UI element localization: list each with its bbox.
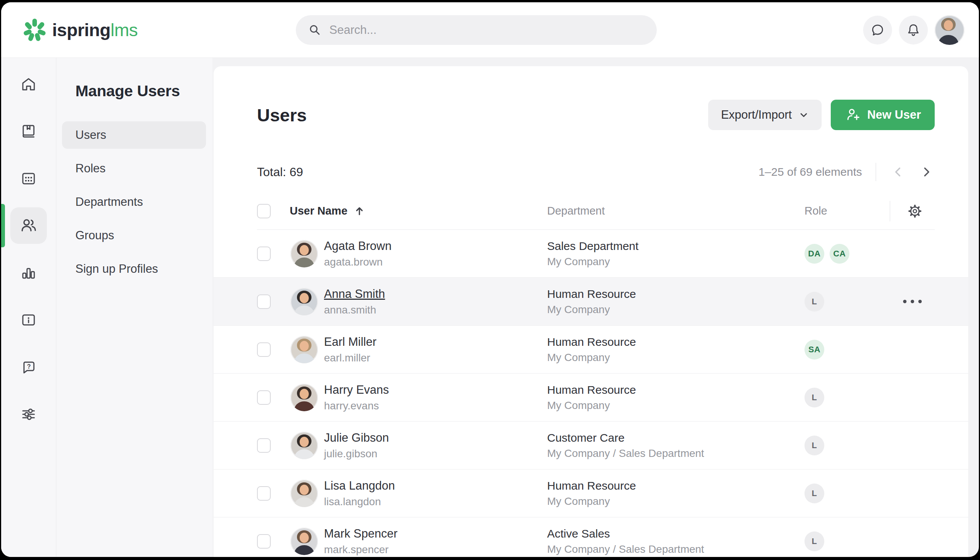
row-checkbox[interactable] [257,295,271,309]
department-name: Human Resource [547,479,804,492]
icon-rail: ? [1,58,56,557]
user-table-row[interactable]: Agata Brown agata.brown Sales Department… [214,230,968,278]
role-badge: DA [804,244,824,263]
user-name-link[interactable]: Harry Evans [324,383,547,397]
avatar-torso [294,402,314,411]
user-row-avatar [291,432,318,459]
user-table-row[interactable]: Anna Smith anna.smith Human Resource My … [214,278,968,326]
user-table-row[interactable]: Mark Spencer mark.spencer Active Sales M… [214,517,968,557]
total-label: Total: 69 [257,165,303,179]
avatar-face [299,341,309,351]
user-name-link[interactable]: Agata Brown [324,239,547,253]
avatar-torso [294,497,314,507]
avatar-face [944,20,953,30]
pagination-range: 1–25 of 69 elements [758,165,862,178]
row-checkbox[interactable] [257,438,271,453]
rail-item-catalog[interactable] [10,302,47,338]
role-cell: L [804,436,890,455]
user-name-header-label: User Name [290,205,348,217]
role-badge: CA [829,244,850,263]
role-cell: SA [804,340,890,360]
manage-users-sidebar: Manage Users UsersRolesDepartmentsGroups… [56,58,212,557]
rail-item-settings[interactable] [10,396,47,433]
column-header-role: Role [804,205,890,217]
user-row-avatar [291,240,318,267]
department-cell: Human Resource My Company [547,288,804,316]
sidebar-nav-item[interactable]: Roles [62,155,206,182]
avatar-torso [294,258,314,267]
next-page-button[interactable] [918,163,935,180]
user-name-link[interactable]: Lisa Langdon [324,479,547,493]
department-cell: Human Resource My Company [547,479,804,508]
user-login: julie.gibson [324,448,547,460]
row-menu-button[interactable] [899,296,926,307]
role-badge: L [804,388,824,407]
role-badge: L [804,483,824,503]
export-import-label: Export/Import [721,108,792,122]
sidebar-nav-item[interactable]: Users [62,122,206,149]
rail-item-reports[interactable] [10,255,47,291]
sidebar-nav-item[interactable]: Departments [62,188,206,216]
export-import-button[interactable]: Export/Import [708,100,822,130]
previous-page-button[interactable] [890,163,906,180]
calendar-icon [19,169,38,188]
department-path: My Company [547,352,804,364]
role-badge: SA [804,340,824,360]
rail-item-users[interactable] [10,207,47,244]
user-name-link[interactable]: Julie Gibson [324,431,547,445]
user-row-avatar [291,528,318,555]
user-cell: Lisa Langdon lisa.langdon [324,479,547,508]
user-cell: Agata Brown agata.brown [324,239,547,268]
pagination: 1–25 of 69 elements [758,163,935,181]
user-avatar[interactable] [935,15,964,45]
notifications-button[interactable] [899,16,928,45]
row-checkbox[interactable] [257,534,271,548]
user-table-row[interactable]: Lisa Langdon lisa.langdon Human Resource… [214,470,968,517]
row-checkbox[interactable] [257,342,271,357]
top-bar: ispringlms [1,2,979,58]
rail-item-calendar[interactable] [10,160,47,197]
search-bar[interactable] [296,15,657,45]
row-checkbox[interactable] [257,390,271,405]
department-cell: Active Sales My Company / Sales Departme… [547,527,804,555]
user-name-link[interactable]: Anna Smith [324,287,547,301]
new-user-button[interactable]: New User [831,100,935,130]
row-checkbox[interactable] [257,486,271,501]
department-name: Sales Department [547,240,804,253]
sidebar-nav-item-label: Groups [75,228,114,242]
user-table-row[interactable]: Earl Miller earl.miller Human Resource M… [214,326,968,373]
user-name-link[interactable]: Mark Spencer [324,527,547,541]
rail-item-courses[interactable] [10,113,47,150]
avatar-torso [294,545,314,555]
user-table-row[interactable]: Harry Evans harry.evans Human Resource M… [214,373,968,422]
app-window: ispringlms [1,2,979,557]
title-actions: Export/Import New User [708,100,935,130]
search-input[interactable] [329,23,646,37]
role-cell: L [804,532,890,551]
user-cell: Julie Gibson julie.gibson [324,431,547,460]
user-table-row[interactable]: Julie Gibson julie.gibson Customer Care … [214,422,968,470]
user-login: mark.spencer [324,543,547,556]
avatar-face [299,485,309,495]
sidebar-title: Manage Users [75,82,212,100]
sidebar-nav-item[interactable]: Groups [62,222,206,249]
row-actions-cell [890,296,935,307]
table-settings-button[interactable] [907,203,923,219]
user-login: harry.evans [324,400,547,412]
column-header-user-name[interactable]: User Name [290,205,547,217]
rail-item-home[interactable] [10,66,47,102]
user-name-link[interactable]: Earl Miller [324,335,547,349]
select-all-checkbox[interactable] [257,204,271,218]
sidebar-nav-item[interactable]: Sign up Profiles [62,255,206,283]
ispring-logo-icon [22,18,47,42]
rail-item-support[interactable]: ? [10,349,47,385]
sidebar-nav-item-label: Roles [75,162,105,175]
messages-button[interactable] [863,16,892,45]
search-icon [307,22,323,38]
department-path: My Company [547,400,804,412]
app-body: ? Manage Users UsersRolesDepartmentsGrou… [1,58,979,557]
row-checkbox[interactable] [257,247,271,261]
title-row: Users Export/Import New Us [257,99,935,131]
header-divider [890,201,890,222]
user-cell: Mark Spencer mark.spencer [324,527,547,556]
